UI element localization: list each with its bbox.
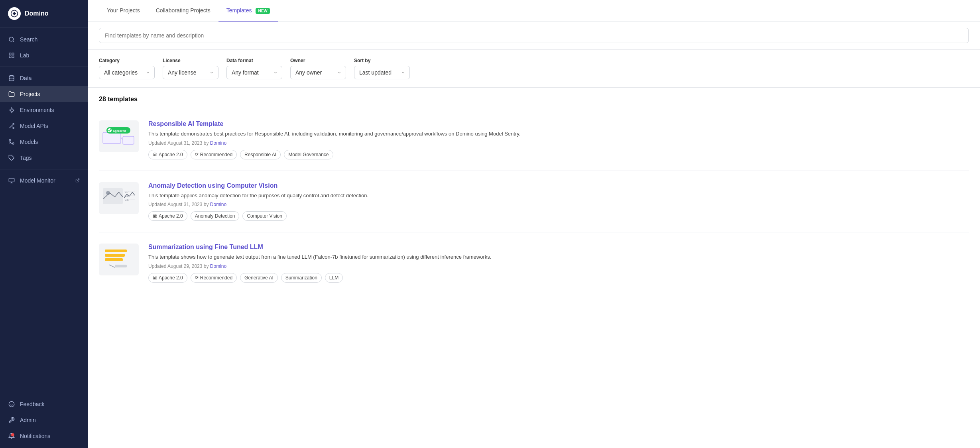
template-tags-anomaly-detection: 🏛 Apache 2.0 Anomaly Detection Computer … bbox=[148, 211, 969, 221]
template-thumbnail-responsible-ai: Approved bbox=[99, 120, 139, 152]
svg-rect-40 bbox=[105, 258, 123, 261]
sidebar-item-tags[interactable]: Tags bbox=[0, 150, 88, 166]
tag-responsible-ai: Responsible AI bbox=[240, 150, 281, 159]
sidebar-item-label: Notifications bbox=[20, 433, 50, 439]
smile-icon bbox=[8, 401, 15, 408]
tag-generative-ai: Generative AI bbox=[240, 273, 278, 283]
template-updated-summarization: Updated August 29, 2023 by Domino bbox=[148, 263, 969, 269]
template-info-responsible-ai: Responsible AI Template This template de… bbox=[148, 120, 969, 159]
sidebar-item-environments[interactable]: Environments bbox=[0, 102, 88, 118]
template-updated-anomaly-detection: Updated August 31, 2023 by Domino bbox=[148, 202, 969, 207]
main-content: Your Projects Collaborating Projects Tem… bbox=[88, 0, 980, 448]
sidebar-item-projects[interactable]: Projects bbox=[0, 86, 88, 102]
svg-text:Approved: Approved bbox=[113, 130, 126, 133]
license-select[interactable]: Any license bbox=[163, 66, 218, 79]
template-desc-anomaly-detection: This template applies anomaly detection … bbox=[148, 192, 969, 200]
tab-collaborating-projects[interactable]: Collaborating Projects bbox=[148, 0, 218, 22]
sidebar-logo[interactable]: Domino bbox=[0, 0, 88, 28]
sidebar-item-label: Feedback bbox=[20, 401, 44, 407]
bank-icon-3: 🏛 bbox=[153, 275, 157, 280]
sidebar-item-notifications[interactable]: Notifications bbox=[0, 428, 88, 444]
search-icon bbox=[8, 36, 15, 43]
sidebar-item-label: Lab bbox=[20, 52, 29, 59]
sort-by-label: Sort by bbox=[354, 58, 410, 63]
svg-rect-17 bbox=[9, 178, 14, 182]
sidebar: Domino Search Lab Data bbox=[0, 0, 88, 448]
svg-point-15 bbox=[9, 140, 11, 141]
data-format-filter-group: Data format Any format bbox=[226, 58, 282, 79]
template-author-link-2[interactable]: Domino bbox=[210, 202, 226, 207]
search-input[interactable] bbox=[99, 28, 969, 43]
template-item-summarization-llm: Summarization using Fine Tuned LLM This … bbox=[99, 232, 969, 294]
tag-summarization: Summarization bbox=[281, 273, 322, 283]
svg-point-21 bbox=[9, 401, 14, 407]
template-author-link-3[interactable]: Domino bbox=[210, 263, 226, 269]
owner-label: Owner bbox=[290, 58, 346, 63]
sidebar-item-model-apis[interactable]: Model APIs bbox=[0, 118, 88, 134]
sidebar-item-label: Search bbox=[20, 36, 37, 43]
svg-rect-38 bbox=[105, 250, 127, 252]
search-bar-container bbox=[88, 22, 980, 50]
template-title-responsible-ai[interactable]: Responsible AI Template bbox=[148, 120, 969, 128]
template-updated-responsible-ai: Updated August 31, 2023 by Domino bbox=[148, 140, 969, 146]
sidebar-item-data[interactable]: Data bbox=[0, 70, 88, 86]
svg-rect-6 bbox=[12, 56, 14, 58]
sidebar-item-label: Model Monitor bbox=[20, 177, 55, 184]
template-title-summarization[interactable]: Summarization using Fine Tuned LLM bbox=[148, 244, 969, 251]
category-select[interactable]: All categories bbox=[99, 66, 155, 79]
template-title-anomaly-detection[interactable]: Anomaly Detection using Computer Vision bbox=[148, 182, 969, 189]
monitor-icon bbox=[8, 177, 15, 184]
svg-point-1 bbox=[9, 37, 14, 41]
data-format-select[interactable]: Any format bbox=[226, 66, 282, 79]
sort-by-select[interactable]: Last updated bbox=[354, 66, 410, 79]
sidebar-item-model-monitor[interactable]: Model Monitor bbox=[0, 173, 88, 189]
template-thumbnail-anomaly-detection: 0.7 0.6 0.5 bbox=[99, 182, 139, 214]
recommended-icon-2: ⟳ bbox=[195, 275, 199, 280]
sidebar-item-lab[interactable]: Lab bbox=[0, 47, 88, 63]
sidebar-item-feedback[interactable]: Feedback bbox=[0, 396, 88, 412]
tag-computer-vision: Computer Vision bbox=[242, 211, 287, 221]
owner-filter-group: Owner Any owner bbox=[290, 58, 346, 79]
sidebar-item-models[interactable]: Models bbox=[0, 134, 88, 150]
box-icon bbox=[8, 106, 15, 114]
svg-rect-24 bbox=[103, 132, 121, 143]
model-apis-icon bbox=[8, 122, 15, 130]
svg-line-20 bbox=[77, 179, 79, 181]
template-desc-responsible-ai: This template demonstrates best practice… bbox=[148, 130, 969, 138]
bank-icon: 🏛 bbox=[153, 152, 157, 157]
sidebar-item-label: Environments bbox=[20, 107, 54, 113]
sidebar-item-label: Data bbox=[20, 75, 32, 81]
folder-icon bbox=[8, 90, 15, 98]
sidebar-item-admin[interactable]: Admin bbox=[0, 412, 88, 428]
filters-bar: Category All categories License Any lice… bbox=[88, 50, 980, 88]
sidebar-bottom: Feedback Admin Notifications bbox=[0, 392, 88, 448]
sidebar-item-search[interactable]: Search bbox=[0, 31, 88, 47]
svg-rect-4 bbox=[12, 53, 14, 55]
templates-new-badge: NEW bbox=[256, 8, 270, 14]
svg-rect-39 bbox=[105, 254, 125, 257]
tab-templates[interactable]: Templates NEW bbox=[218, 0, 278, 22]
owner-select[interactable]: Any owner bbox=[290, 66, 346, 79]
license-label: License bbox=[163, 58, 218, 63]
template-author-link[interactable]: Domino bbox=[210, 140, 226, 146]
external-icon bbox=[75, 177, 80, 184]
bell-icon bbox=[8, 432, 15, 440]
tab-your-projects[interactable]: Your Projects bbox=[99, 0, 148, 22]
template-item-anomaly-detection: 0.7 0.6 0.5 Anomaly Detection using Comp… bbox=[99, 171, 969, 233]
svg-text:0.5: 0.5 bbox=[125, 198, 129, 201]
tag-model-governance: Model Governance bbox=[284, 150, 333, 159]
template-tags-responsible-ai: 🏛 Apache 2.0 ⟳ Recommended Responsible A… bbox=[148, 150, 969, 159]
tabs-bar: Your Projects Collaborating Projects Tem… bbox=[88, 0, 980, 22]
svg-rect-25 bbox=[123, 136, 134, 144]
wrench-icon bbox=[8, 417, 15, 424]
sidebar-item-label: Projects bbox=[20, 91, 40, 97]
template-desc-summarization: This template shows how to generate text… bbox=[148, 253, 969, 261]
svg-rect-5 bbox=[9, 56, 11, 58]
sidebar-divider bbox=[0, 67, 88, 67]
category-filter-group: Category All categories bbox=[99, 58, 155, 79]
tag-apache: 🏛 Apache 2.0 bbox=[148, 150, 187, 159]
tag-llm: LLM bbox=[325, 273, 343, 283]
svg-point-7 bbox=[9, 75, 14, 77]
svg-rect-42 bbox=[115, 265, 127, 267]
svg-line-41 bbox=[109, 265, 115, 267]
